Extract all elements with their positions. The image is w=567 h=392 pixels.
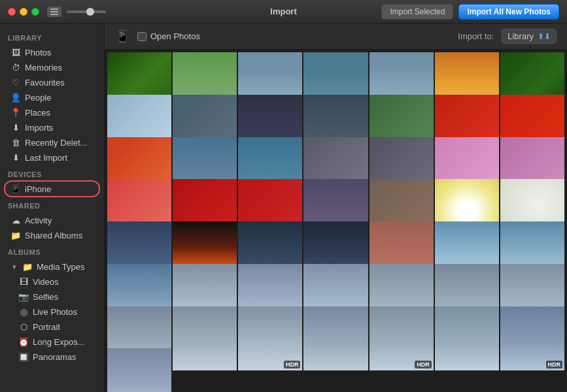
photo-thumbnail <box>107 348 171 392</box>
titlebar: Import Import Selected Import All New Ph… <box>0 0 567 24</box>
traffic-lights <box>8 8 39 16</box>
memories-icon: ⏱ <box>10 62 21 73</box>
long-exposure-icon: ⏰ <box>18 336 29 347</box>
sidebar-toggle[interactable] <box>47 7 61 17</box>
sidebar-item-panoramas[interactable]: 🔲 Panoramas <box>3 350 101 364</box>
sidebar-item-people[interactable]: 👤 People <box>3 90 101 105</box>
iphone-icon: 📱 <box>10 184 21 194</box>
sidebar-item-label: Imports <box>25 123 53 133</box>
activity-icon: ☁ <box>10 215 21 225</box>
photos-icon: 🖼 <box>10 47 21 57</box>
window-title: Import <box>270 7 296 16</box>
sidebar-item-imports[interactable]: ⬇ Imports <box>3 120 101 135</box>
main-layout: Library 🖼 Photos ⏱ Memories ♡ Favourites… <box>0 24 567 392</box>
sidebar-item-photos[interactable]: 🖼 Photos <box>3 45 101 59</box>
sidebar-item-portrait[interactable]: ⬡ Portrait <box>3 319 101 334</box>
people-icon: 👤 <box>10 92 21 103</box>
favourites-icon: ♡ <box>10 77 21 88</box>
sidebar-item-selfies[interactable]: 📷 Selfies <box>3 289 101 304</box>
photo-cell[interactable] <box>173 306 237 370</box>
panoramas-icon: 🔲 <box>18 351 29 362</box>
sidebar-item-label: People <box>25 93 51 103</box>
shared-albums-icon: 📁 <box>10 230 21 240</box>
photo-grid: HDRHDRHDRHDRHDRHDRHDRHDRHDRHDRHDRHDRHDRH… <box>105 50 567 392</box>
videos-icon: 🎞 <box>18 276 29 287</box>
sidebar-item-long-exposure[interactable]: ⏰ Long Expos... <box>3 335 101 349</box>
sidebar-item-iphone[interactable]: 📱 iPhone <box>3 182 101 196</box>
minimize-button[interactable] <box>20 8 27 16</box>
open-photos-label: Open Photos <box>150 31 200 41</box>
sidebar-item-label: Selfies <box>33 292 58 302</box>
live-photos-icon: ◎ <box>18 306 29 317</box>
open-photos-check[interactable] <box>137 32 146 41</box>
trash-icon: 🗑 <box>10 137 21 148</box>
shared-section-label: Shared <box>0 197 104 212</box>
svg-rect-1 <box>50 11 58 12</box>
photo-cell[interactable]: HDR <box>238 306 302 370</box>
sidebar-item-label: Favourites <box>25 78 65 88</box>
import-to-label: Import to: <box>458 31 494 41</box>
sidebar-item-live-photos[interactable]: ◎ Live Photos <box>3 304 101 319</box>
photo-cell[interactable] <box>303 306 368 370</box>
sidebar-item-label: Memories <box>25 63 62 73</box>
window-controls <box>47 7 61 17</box>
hdr-badge: HDR <box>546 361 563 368</box>
sidebar-item-label: Last Import <box>25 153 67 163</box>
photo-thumbnail <box>303 306 368 370</box>
sidebar-item-label: Media Types <box>37 262 84 272</box>
sidebar-item-label: Portrait <box>33 322 60 332</box>
import-to-dropdown[interactable]: Library ⬆⬇ <box>502 29 557 44</box>
import-all-button[interactable]: Import All New Photos <box>458 4 559 20</box>
svg-rect-0 <box>50 8 58 10</box>
places-icon: 📍 <box>10 107 21 118</box>
photo-thumbnail <box>435 306 499 370</box>
media-types-icon: 📁 <box>22 261 33 272</box>
sidebar-item-memories[interactable]: ⏱ Memories <box>3 60 101 74</box>
selfies-icon: 📷 <box>18 291 29 302</box>
close-button[interactable] <box>8 8 16 16</box>
sidebar-item-media-types[interactable]: ▼ 📁 Media Types <box>3 259 101 274</box>
sidebar-item-activity[interactable]: ☁ Activity <box>3 213 101 227</box>
last-import-icon: ⬇ <box>10 152 21 163</box>
maximize-button[interactable] <box>31 8 39 16</box>
sidebar-item-shared-albums[interactable]: 📁 Shared Albums <box>3 228 101 242</box>
zoom-slider[interactable] <box>67 10 106 13</box>
sidebar-item-videos[interactable]: 🎞 Videos <box>3 274 101 289</box>
titlebar-actions: Import Selected Import All New Photos <box>381 4 559 20</box>
import-to-value: Library <box>507 31 534 41</box>
sidebar-item-favourites[interactable]: ♡ Favourites <box>3 75 101 90</box>
sidebar-item-last-import[interactable]: ⬇ Last Import <box>3 150 101 165</box>
dropdown-arrow-icon: ⬆⬇ <box>538 32 551 41</box>
sidebar: Library 🖼 Photos ⏱ Memories ♡ Favourites… <box>0 24 105 392</box>
photo-cell[interactable] <box>435 306 499 370</box>
sidebar-item-places[interactable]: 📍 Places <box>3 105 101 120</box>
photo-cell[interactable]: HDR <box>500 306 564 370</box>
open-photos-checkbox[interactable]: Open Photos <box>137 31 200 41</box>
phone-icon: 📱 <box>115 29 129 44</box>
sidebar-item-label: Places <box>25 108 50 118</box>
sidebar-item-label: iPhone <box>25 184 51 194</box>
sidebar-item-label: Shared Albums <box>25 231 82 240</box>
albums-section-label: Albums <box>0 243 104 259</box>
sidebar-item-label: Recently Delet... <box>25 138 87 148</box>
sidebar-item-recently-deleted[interactable]: 🗑 Recently Delet... <box>3 135 101 150</box>
svg-rect-2 <box>50 14 58 15</box>
sidebar-item-label: Activity <box>25 216 52 225</box>
content-area: 📱 Open Photos Import to: Library ⬆⬇ HDRH… <box>105 24 567 392</box>
devices-section-label: Devices <box>0 165 104 181</box>
sidebar-item-label: Long Expos... <box>33 337 85 347</box>
imports-icon: ⬇ <box>10 122 21 133</box>
expand-icon: ▼ <box>10 263 18 270</box>
sidebar-item-label: Videos <box>33 277 59 287</box>
sidebar-item-label: Live Photos <box>33 307 77 317</box>
hdr-badge: HDR <box>415 361 432 368</box>
portrait-icon: ⬡ <box>18 321 29 332</box>
photo-thumbnail <box>173 306 237 370</box>
photo-cell[interactable]: HDR <box>369 306 434 370</box>
library-section-label: Library <box>0 29 104 44</box>
photo-cell[interactable] <box>107 348 171 392</box>
sidebar-item-label: Panoramas <box>33 352 76 362</box>
import-selected-button[interactable]: Import Selected <box>381 4 453 20</box>
sidebar-item-label: Photos <box>25 48 51 57</box>
hdr-badge: HDR <box>284 361 301 368</box>
